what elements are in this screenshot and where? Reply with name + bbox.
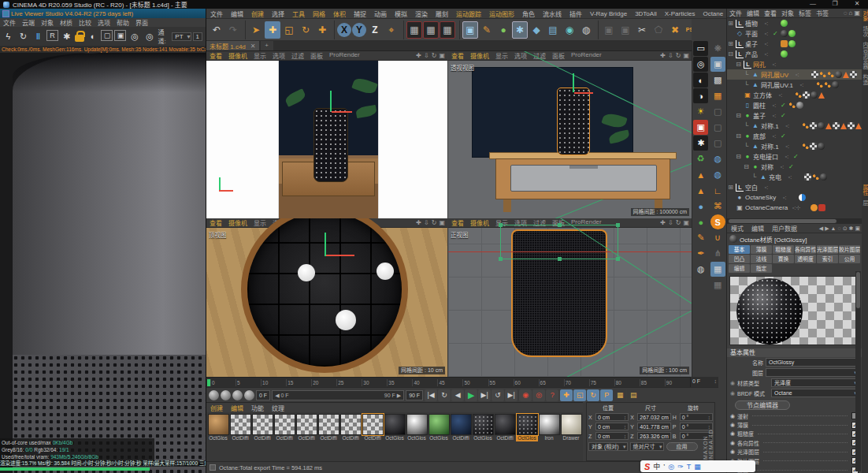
viewport-menu-item[interactable]: 摄像机	[467, 218, 492, 227]
play-icon[interactable]: ▶	[465, 389, 477, 401]
dots-tag[interactable]	[819, 71, 826, 78]
visibility-dots[interactable]: ▫:	[760, 51, 773, 57]
object-tree-row[interactable]: ▣ OctaneCamera ▫:⊹	[727, 203, 862, 213]
grid-orange-icon[interactable]: ▦	[710, 88, 725, 103]
globe-b-icon[interactable]: ◍	[710, 167, 725, 182]
menu-item[interactable]: 创建	[247, 9, 268, 18]
checker-tag[interactable]	[848, 122, 855, 129]
visibility-dots[interactable]: ▫:	[768, 113, 781, 118]
polygon-tool-icon[interactable]: ⬠	[651, 21, 666, 39]
grid-select-icon[interactable]: ▦	[710, 262, 725, 277]
dock-tab[interactable]: 内容浏览器	[862, 42, 868, 69]
scatter-pen-icon[interactable]: ✎	[693, 230, 708, 245]
expand-icon[interactable]: ⊟	[735, 112, 742, 119]
scale-tool-icon[interactable]: ◱	[281, 21, 297, 39]
dock-tab[interactable]: 场次	[862, 26, 868, 37]
attr-dock-icon[interactable]: ▣	[855, 225, 860, 232]
attribute-tab[interactable]: 粗糙度	[773, 245, 794, 254]
dot-green-tag[interactable]	[788, 40, 796, 47]
material-thumbnail[interactable]	[318, 414, 339, 435]
size-input[interactable]: 263.326 cm	[637, 432, 670, 440]
floor-icon[interactable]: ▤	[545, 21, 561, 39]
attribute-tab[interactable]: 胶片图层	[839, 245, 860, 254]
object-manager-hscrollbar[interactable]	[727, 218, 862, 224]
pan-icon[interactable]: ✚	[660, 52, 666, 59]
tab-close-icon[interactable]: ✕	[250, 43, 256, 50]
sogou-logo[interactable]: S	[644, 462, 650, 471]
viewport-top[interactable]: 查看摄像机显示选项过滤面板ProRender ✚⇩↻▣ 顶视图 网格间距 : 1…	[206, 218, 447, 377]
attr-search-icon[interactable]: ◌	[837, 225, 840, 232]
model-mode-icon[interactable]: ▣	[601, 21, 617, 39]
sphere-dark-tag[interactable]	[811, 91, 818, 99]
generators-icon[interactable]: ●	[495, 21, 511, 39]
expand-icon[interactable]: ⊟	[735, 153, 742, 160]
menu-item[interactable]: 角色	[518, 9, 539, 18]
keyframe-ball-1-icon[interactable]	[209, 390, 219, 400]
timeline-ruler[interactable]: 051015202530354045505560657075808590	[206, 377, 690, 387]
key-scale-icon[interactable]: ◱	[573, 389, 586, 401]
position-input[interactable]: 0 cm	[595, 423, 629, 430]
nightstand-body[interactable]	[495, 158, 670, 199]
visibility-dots[interactable]: ▫:	[791, 72, 803, 77]
dolly-icon[interactable]: ⇩	[424, 219, 429, 226]
object-name[interactable]: 对称.1	[761, 142, 779, 151]
object-name[interactable]: 空白	[745, 183, 758, 192]
channel-spinner[interactable]: 1	[193, 32, 202, 41]
menu-item[interactable]: 文件	[206, 9, 227, 18]
material-thumbnail[interactable]	[517, 414, 538, 435]
live-viewer-menu-item[interactable]: 云端	[19, 18, 38, 27]
attribute-tab[interactable]: 透明度	[795, 255, 816, 263]
pick-material-icon[interactable]: ◎	[143, 30, 156, 43]
render-settings-icon[interactable]: ▦	[423, 21, 439, 39]
live-viewer-menu-item[interactable]: 界面	[132, 18, 151, 27]
menu-item[interactable]: 体积	[329, 9, 350, 18]
checker-tag[interactable]	[810, 122, 817, 129]
material-preview[interactable]	[729, 276, 859, 345]
attribute-tab[interactable]: 公用	[839, 255, 860, 263]
object-manager-menu-item[interactable]: 对象	[779, 9, 796, 17]
object-manager-menu-item[interactable]: 标签	[796, 9, 814, 17]
speaker-object[interactable]	[313, 108, 348, 182]
attribute-menu-item[interactable]: 用户数据	[768, 224, 801, 233]
viewport-menu-item[interactable]: 显示	[492, 51, 511, 60]
orbit-icon[interactable]: ↻	[676, 219, 681, 226]
object-tree-row[interactable]: ⊞ L 桌子 ▫:	[727, 39, 862, 49]
tri-tag[interactable]	[825, 123, 832, 129]
object-tree-row[interactable]: ⊟ L 产品 ▫:	[727, 49, 862, 59]
oct-red-tag[interactable]	[818, 204, 825, 211]
expand-icon[interactable]: ⊟	[735, 132, 742, 140]
cycle-icon[interactable]: ↺	[491, 389, 504, 401]
live-viewer-render-area[interactable]: Out-of-core used/max 0Kb/4Gb Grey8/16: 0…	[0, 53, 206, 473]
attr-up-icon[interactable]: ▲	[831, 225, 836, 232]
object-name[interactable]: 网孔展UV.1	[761, 80, 793, 89]
nib-icon[interactable]: ✒	[693, 246, 708, 261]
object-name[interactable]: 网孔展UV	[761, 70, 788, 79]
enabled-check[interactable]: ✓	[781, 132, 788, 140]
orbit-icon[interactable]: ↻	[432, 219, 437, 226]
ime-emoji-icon[interactable]: ◎	[668, 463, 674, 471]
object-tree-row[interactable]: ⊟ ● 对称 ▫: ✓	[727, 162, 862, 172]
lock-resolution-icon[interactable]	[75, 35, 84, 42]
node-editor-button[interactable]: 节点编辑器	[735, 400, 790, 410]
material-thumbnail[interactable]	[340, 414, 362, 435]
s-badge-icon[interactable]: S	[710, 214, 725, 229]
position-input[interactable]: 0 cm	[595, 413, 629, 421]
timeline-panel-icon[interactable]: ▤	[627, 389, 640, 401]
material-item[interactable]: OctDiffi	[339, 414, 362, 441]
material-thumbnail[interactable]	[561, 414, 582, 435]
coord-system-icon[interactable]: ⌖	[384, 21, 399, 39]
octane-target-icon[interactable]: ◎	[693, 57, 708, 72]
render-flash-icon[interactable]: ϟ	[2, 30, 15, 43]
visibility-dots[interactable]: ▫:	[760, 184, 773, 190]
material-thumbnail[interactable]	[274, 414, 295, 435]
expand-icon[interactable]: ⊟	[727, 50, 734, 58]
object-tree-row[interactable]: └ ▲ 充电 ▫:	[727, 172, 862, 182]
object-tree-row[interactable]: ⊟ ● 充电接口 ▫: ✓	[727, 151, 862, 162]
toggle-view-icon[interactable]: ▣	[683, 219, 689, 226]
dot-green-tag[interactable]	[788, 30, 796, 37]
material-item[interactable]: OctDiffi	[450, 414, 472, 441]
object-name[interactable]: 产品	[745, 50, 758, 58]
chip-orange-tag[interactable]	[781, 40, 788, 47]
ime-punct[interactable]: ’	[663, 463, 665, 471]
visibility-dots[interactable]: ▫:	[776, 164, 788, 169]
